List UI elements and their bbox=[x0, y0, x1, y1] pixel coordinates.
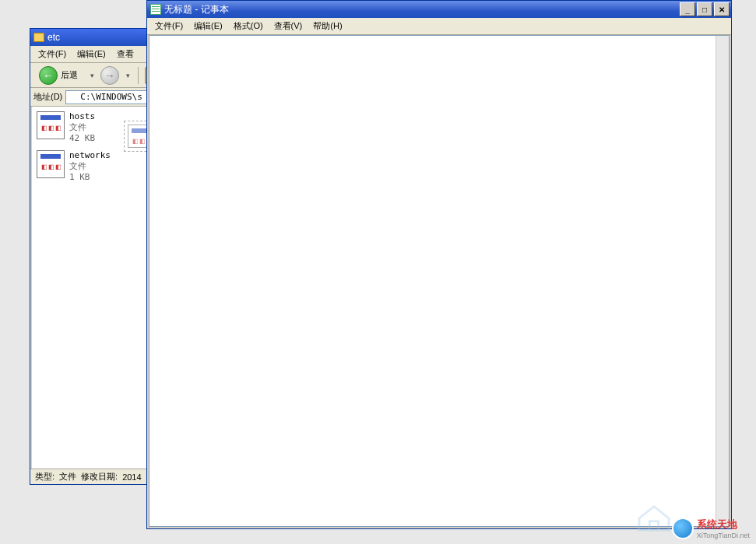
status-type-value: 文件 bbox=[59, 471, 76, 483]
minimize-button[interactable]: _ bbox=[680, 2, 695, 16]
file-name: hosts bbox=[69, 111, 95, 122]
forward-button[interactable]: → bbox=[100, 66, 119, 85]
file-size: 1 KB bbox=[69, 172, 111, 183]
np-menu-view[interactable]: 查看(V) bbox=[269, 19, 308, 33]
notepad-text-area[interactable] bbox=[149, 35, 730, 527]
notepad-menubar: 文件(F) 编辑(E) 格式(O) 查看(V) 帮助(H) bbox=[147, 18, 731, 35]
notepad-titlebar[interactable]: 无标题 - 记事本 _ □ ✕ bbox=[147, 1, 731, 18]
watermark-brand: 系统天地 bbox=[697, 518, 737, 530]
watermark-url: XiTongTianDi.net bbox=[697, 532, 750, 539]
address-label: 地址(D) bbox=[33, 91, 62, 103]
file-size: 42 KB bbox=[69, 133, 95, 144]
status-type-label: 类型: bbox=[35, 471, 55, 483]
forward-dropdown[interactable]: ▾ bbox=[124, 67, 132, 84]
explorer-title: etc bbox=[47, 32, 60, 43]
back-button[interactable]: ← 后退 bbox=[33, 64, 83, 87]
file-icon bbox=[37, 111, 65, 139]
window-buttons: _ □ ✕ bbox=[680, 2, 730, 16]
file-name: networks bbox=[69, 150, 111, 161]
status-mod-value: 2014 bbox=[122, 472, 141, 482]
close-button[interactable]: ✕ bbox=[714, 2, 730, 16]
file-type: 文件 bbox=[69, 122, 95, 133]
notepad-title: 无标题 - 记事本 bbox=[164, 3, 229, 16]
menu-view[interactable]: 查看 bbox=[112, 47, 139, 61]
back-label: 后退 bbox=[61, 69, 78, 81]
np-menu-file[interactable]: 文件(F) bbox=[150, 19, 188, 33]
status-mod-label: 修改日期: bbox=[81, 471, 118, 483]
toolbar-separator bbox=[138, 67, 139, 84]
notepad-icon bbox=[150, 4, 161, 15]
watermark-house-icon bbox=[636, 502, 672, 532]
notepad-window: 无标题 - 记事本 _ □ ✕ 文件(F) 编辑(E) 格式(O) 查看(V) … bbox=[146, 0, 732, 529]
np-menu-help[interactable]: 帮助(H) bbox=[308, 19, 346, 33]
watermark: 系统天地 XiTongTianDi.net bbox=[672, 518, 750, 539]
back-dropdown[interactable]: ▾ bbox=[88, 67, 96, 84]
file-meta: networks 文件 1 KB bbox=[69, 150, 111, 183]
np-menu-format[interactable]: 格式(O) bbox=[229, 19, 268, 33]
folder-icon bbox=[33, 33, 44, 42]
maximize-button[interactable]: □ bbox=[697, 2, 712, 16]
file-type: 文件 bbox=[69, 161, 111, 172]
watermark-logo-icon bbox=[672, 518, 694, 539]
file-icon bbox=[37, 150, 65, 178]
file-meta: hosts 文件 42 KB bbox=[69, 111, 95, 144]
back-arrow-icon: ← bbox=[39, 66, 58, 85]
menu-edit[interactable]: 编辑(E) bbox=[72, 47, 111, 61]
np-menu-edit[interactable]: 编辑(E) bbox=[189, 19, 227, 33]
menu-file[interactable]: 文件(F) bbox=[33, 47, 71, 61]
